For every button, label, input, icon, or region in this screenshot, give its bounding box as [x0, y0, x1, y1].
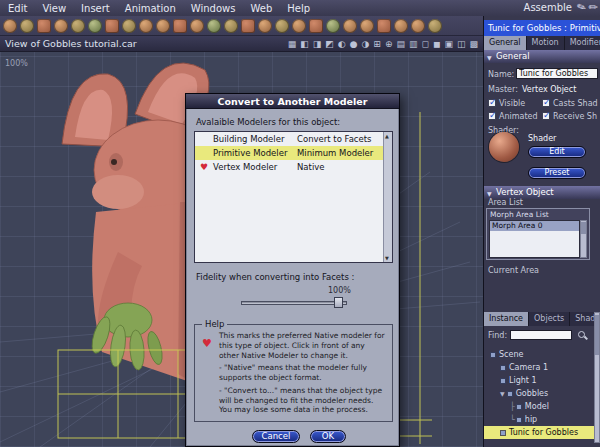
toolbar-icon[interactable] [275, 19, 289, 33]
modeler-row-building[interactable]: Building Modeler Convert to Facets [195, 132, 392, 146]
cancel-button[interactable]: Cancel [252, 430, 300, 443]
camera-icon [500, 365, 506, 371]
tree-label: Tunic for Gobbles [509, 428, 578, 437]
toolbar-icon[interactable] [360, 19, 374, 33]
scroll-up-icon[interactable]: ▲ [385, 133, 389, 139]
tab-modifier[interactable]: Modifier [565, 36, 600, 50]
fidelity-slider-track[interactable] [241, 301, 347, 305]
display-mode-icon[interactable]: ▩ [469, 36, 478, 52]
display-mode-icon[interactable]: ◑ [362, 36, 370, 52]
toolbar-icon[interactable] [326, 19, 340, 33]
toolbar-icon[interactable] [258, 19, 272, 33]
tree-item-gobbles[interactable]: Gobbles [484, 387, 595, 400]
display-mode-icon[interactable]: ◐ [338, 36, 346, 52]
toolbar-icon[interactable] [411, 19, 425, 33]
display-mode-icon[interactable]: ● [350, 36, 358, 52]
section-general[interactable]: General [484, 50, 600, 63]
display-mode-icon[interactable]: ▥ [409, 36, 418, 52]
find-label: Find: [488, 331, 507, 340]
toolbar-icon[interactable] [292, 19, 306, 33]
morph-area-list-label: Morph Area List [490, 210, 549, 219]
toolbar-icon[interactable] [207, 19, 221, 33]
toolbar-icon[interactable] [224, 19, 238, 33]
toolbar-icon[interactable] [156, 19, 170, 33]
shader-preset-button[interactable]: Preset [528, 167, 586, 179]
casts-shadows-checkbox[interactable] [542, 99, 550, 107]
menu-animation[interactable]: Animation [125, 3, 176, 14]
name-field[interactable] [516, 68, 598, 79]
toolbar-icon[interactable] [88, 19, 102, 33]
tree-scrollbar[interactable] [594, 312, 600, 443]
tree-item-model[interactable]: Model [484, 400, 595, 413]
tree-item-hip[interactable]: hip [484, 413, 595, 426]
toolbar-icon[interactable] [377, 19, 391, 33]
modeler-list-scrollbar[interactable]: ▲ ▼ [383, 132, 392, 262]
toolbar-icon[interactable] [105, 19, 119, 33]
shader-edit-button[interactable]: Edit [528, 146, 586, 158]
display-mode-icon[interactable]: ◼ [433, 36, 440, 52]
tab-instance[interactable]: Instance [484, 312, 529, 326]
morph-area-list[interactable]: Morph Area 0 [489, 220, 580, 258]
morph-list-scrollbar[interactable] [580, 220, 587, 258]
toolbar-icon[interactable] [394, 19, 408, 33]
pencil-icon[interactable]: ✎ [575, 0, 588, 15]
display-mode-icon[interactable]: ◫ [457, 36, 466, 52]
menu-edit[interactable]: Edit [8, 3, 27, 14]
display-mode-icon[interactable]: ◩ [325, 36, 334, 52]
tree-item-tunic[interactable]: Tunic for Gobbles [484, 426, 600, 439]
menu-windows[interactable]: Windows [191, 3, 236, 14]
tab-objects[interactable]: Objects [529, 312, 570, 326]
tree-item-scene[interactable]: Scene [484, 348, 595, 361]
toolbar-icon[interactable] [54, 19, 68, 33]
toolbar-icon[interactable] [122, 19, 136, 33]
display-mode-icon[interactable]: ◻ [421, 36, 428, 52]
fidelity-slider-thumb[interactable] [334, 297, 343, 308]
toolbar-icon[interactable] [241, 19, 255, 33]
display-mode-icon[interactable]: ⊕ [385, 36, 393, 52]
display-mode-icon[interactable]: ⊞ [373, 36, 381, 52]
help-text: This marks the preferred Native modeler … [219, 331, 387, 418]
display-mode-icon[interactable]: ▦ [288, 36, 297, 52]
toolbar-icon[interactable] [139, 19, 153, 33]
ok-button[interactable]: OK [310, 430, 346, 443]
toolbar-icon[interactable] [37, 19, 51, 33]
toolbar-icon[interactable] [3, 19, 17, 33]
morph-area-item[interactable]: Morph Area 0 [490, 221, 579, 231]
toolbar-icon[interactable] [428, 19, 442, 33]
toolbar-icon[interactable] [20, 19, 34, 33]
tab-general[interactable]: General [484, 36, 527, 50]
tree-item-light[interactable]: Light 1 [484, 374, 595, 387]
receive-shadows-checkbox[interactable] [542, 112, 550, 120]
visible-checkbox[interactable] [488, 99, 496, 107]
display-mode-icon[interactable]: ◨ [313, 36, 322, 52]
scroll-down-icon[interactable]: ▼ [385, 255, 389, 261]
morph-area-box: Morph Area List Morph Area 0 [486, 208, 590, 260]
animated-checkbox[interactable] [488, 112, 496, 120]
display-mode-icon[interactable]: ▤ [396, 36, 405, 52]
toolbar-icon[interactable] [71, 19, 85, 33]
toolbar-icon[interactable] [309, 19, 323, 33]
selection-header: Tunic for Gobbles : Primitive [484, 20, 600, 36]
tree-label: Model [525, 402, 549, 411]
menu-view[interactable]: View [42, 3, 66, 14]
native-heart-icon[interactable]: ♥ [195, 162, 213, 172]
tree-label: Camera 1 [509, 363, 548, 372]
toolbar-icon[interactable] [173, 19, 187, 33]
toolbar-icon[interactable] [343, 19, 357, 33]
tab-motion[interactable]: Motion [527, 36, 565, 50]
browser-tabs: Instance Objects Shaders [484, 312, 600, 326]
menu-help[interactable]: Help [287, 3, 310, 14]
display-mode-icon[interactable]: ◧ [300, 36, 309, 52]
menu-insert[interactable]: Insert [81, 3, 110, 14]
display-mode-icon[interactable]: ▣ [444, 36, 453, 52]
viewport-titlebar: View of Gobbles tutorial.car ▦◧◨◩◐●◑⊞⊕▤▥… [0, 36, 483, 52]
tree-item-camera[interactable]: Camera 1 [484, 361, 595, 374]
toolbar-icon[interactable] [190, 19, 204, 33]
menu-web[interactable]: Web [250, 3, 272, 14]
modeler-row-vertex[interactable]: ♥ Vertex Modeler Native [195, 160, 392, 174]
find-input[interactable] [510, 330, 572, 340]
pen-icon[interactable]: ✎ [586, 0, 600, 15]
shader-preview-sphere[interactable] [489, 132, 519, 162]
modeler-row-primitive[interactable]: Primitive Modeler Minimum Modeler [195, 146, 392, 160]
search-icon[interactable] [578, 331, 585, 338]
